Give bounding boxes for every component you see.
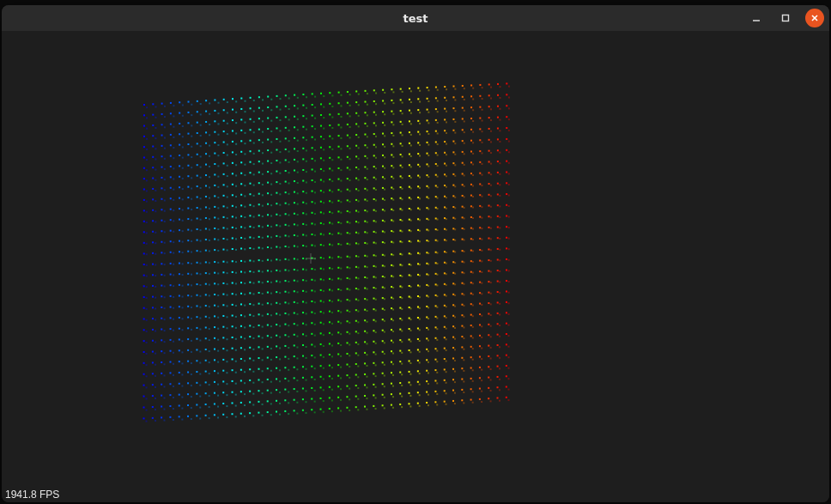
- close-icon: [810, 13, 820, 23]
- maximize-icon: [780, 13, 791, 23]
- minimize-icon: [751, 13, 761, 23]
- minimize-button[interactable]: [747, 9, 766, 27]
- application-window: test 1941.8 FPS: [2, 5, 829, 502]
- fps-counter: 1941.8 FPS: [5, 489, 59, 501]
- close-button[interactable]: [805, 9, 824, 27]
- titlebar[interactable]: test: [2, 5, 829, 31]
- maximize-button[interactable]: [776, 9, 795, 27]
- window-controls: [747, 9, 824, 27]
- svg-rect-1: [783, 15, 789, 21]
- window-title: test: [403, 12, 428, 25]
- viewport[interactable]: 1941.8 FPS: [2, 31, 829, 502]
- point-cloud-canvas[interactable]: [2, 31, 829, 502]
